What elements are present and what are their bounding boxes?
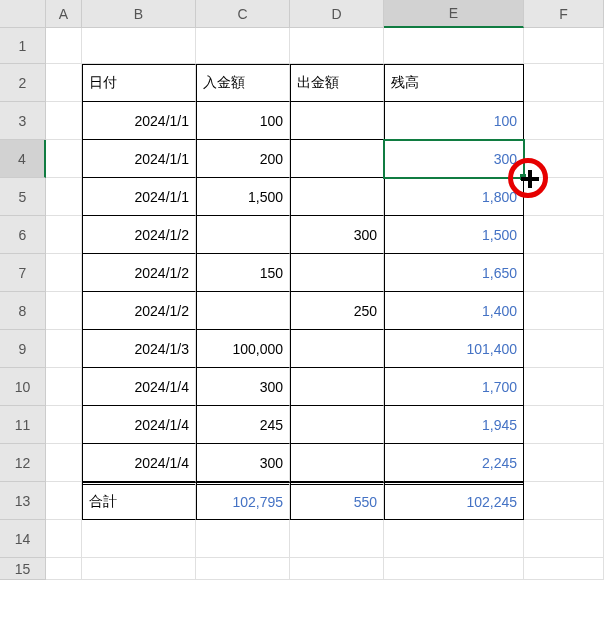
- cell-B8[interactable]: 2024/1/2: [82, 292, 196, 330]
- cell-A10[interactable]: [46, 368, 82, 406]
- cell-D2[interactable]: 出金額: [290, 64, 384, 102]
- cell-F11[interactable]: [524, 406, 604, 444]
- cell-F1[interactable]: [524, 28, 604, 64]
- cell-C10[interactable]: 300: [196, 368, 290, 406]
- cell-F3[interactable]: [524, 102, 604, 140]
- cell-C13[interactable]: 102,795: [196, 482, 290, 520]
- col-header-A[interactable]: A: [46, 0, 82, 28]
- cell-B1[interactable]: [82, 28, 196, 64]
- cell-C5[interactable]: 1,500: [196, 178, 290, 216]
- cell-A5[interactable]: [46, 178, 82, 216]
- cell-E7[interactable]: 1,650: [384, 254, 524, 292]
- cell-C6[interactable]: [196, 216, 290, 254]
- cell-D5[interactable]: [290, 178, 384, 216]
- cell-A3[interactable]: [46, 102, 82, 140]
- cell-E11[interactable]: 1,945: [384, 406, 524, 444]
- cell-A6[interactable]: [46, 216, 82, 254]
- cell-D3[interactable]: [290, 102, 384, 140]
- cell-D6[interactable]: 300: [290, 216, 384, 254]
- cell-B9[interactable]: 2024/1/3: [82, 330, 196, 368]
- cell-D9[interactable]: [290, 330, 384, 368]
- cell-D14[interactable]: [290, 520, 384, 558]
- cell-E13[interactable]: 102,245: [384, 482, 524, 520]
- cell-C11[interactable]: 245: [196, 406, 290, 444]
- cell-C1[interactable]: [196, 28, 290, 64]
- cell-F8[interactable]: [524, 292, 604, 330]
- cell-A8[interactable]: [46, 292, 82, 330]
- cell-B5[interactable]: 2024/1/1: [82, 178, 196, 216]
- cell-D10[interactable]: [290, 368, 384, 406]
- select-all-corner[interactable]: [0, 0, 46, 28]
- cell-B7[interactable]: 2024/1/2: [82, 254, 196, 292]
- cell-F6[interactable]: [524, 216, 604, 254]
- col-header-C[interactable]: C: [196, 0, 290, 28]
- row-header-2[interactable]: 2: [0, 64, 46, 102]
- col-header-E[interactable]: E: [384, 0, 524, 28]
- cell-E10[interactable]: 1,700: [384, 368, 524, 406]
- cell-A7[interactable]: [46, 254, 82, 292]
- cell-A13[interactable]: [46, 482, 82, 520]
- cell-E14[interactable]: [384, 520, 524, 558]
- cell-E12[interactable]: 2,245: [384, 444, 524, 482]
- cell-E3[interactable]: 100: [384, 102, 524, 140]
- cell-A1[interactable]: [46, 28, 82, 64]
- cell-A12[interactable]: [46, 444, 82, 482]
- cell-B3[interactable]: 2024/1/1: [82, 102, 196, 140]
- cell-B2[interactable]: 日付: [82, 64, 196, 102]
- fill-handle[interactable]: [520, 174, 526, 180]
- cell-E5[interactable]: 1,800: [384, 178, 524, 216]
- cell-C9[interactable]: 100,000: [196, 330, 290, 368]
- cell-E8[interactable]: 1,400: [384, 292, 524, 330]
- cell-A11[interactable]: [46, 406, 82, 444]
- row-header-6[interactable]: 6: [0, 216, 46, 254]
- cell-C15[interactable]: [196, 558, 290, 580]
- cell-F5[interactable]: [524, 178, 604, 216]
- cell-F15[interactable]: [524, 558, 604, 580]
- cell-B10[interactable]: 2024/1/4: [82, 368, 196, 406]
- cell-A15[interactable]: [46, 558, 82, 580]
- cell-A2[interactable]: [46, 64, 82, 102]
- cell-F2[interactable]: [524, 64, 604, 102]
- cell-B11[interactable]: 2024/1/4: [82, 406, 196, 444]
- cell-C14[interactable]: [196, 520, 290, 558]
- cell-D7[interactable]: [290, 254, 384, 292]
- cell-C2[interactable]: 入金額: [196, 64, 290, 102]
- cell-D13[interactable]: 550: [290, 482, 384, 520]
- cell-A9[interactable]: [46, 330, 82, 368]
- row-header-4[interactable]: 4: [0, 140, 46, 178]
- cell-B13[interactable]: 合計: [82, 482, 196, 520]
- cell-C12[interactable]: 300: [196, 444, 290, 482]
- cell-D4[interactable]: [290, 140, 384, 178]
- cell-F14[interactable]: [524, 520, 604, 558]
- cell-D8[interactable]: 250: [290, 292, 384, 330]
- cell-B15[interactable]: [82, 558, 196, 580]
- row-header-14[interactable]: 14: [0, 520, 46, 558]
- cell-C8[interactable]: [196, 292, 290, 330]
- cell-A14[interactable]: [46, 520, 82, 558]
- cell-F7[interactable]: [524, 254, 604, 292]
- cell-F13[interactable]: [524, 482, 604, 520]
- cell-C7[interactable]: 150: [196, 254, 290, 292]
- cell-D15[interactable]: [290, 558, 384, 580]
- cell-E2[interactable]: 残高: [384, 64, 524, 102]
- cell-F4[interactable]: [524, 140, 604, 178]
- row-header-1[interactable]: 1: [0, 28, 46, 64]
- row-header-15[interactable]: 15: [0, 558, 46, 580]
- cell-E15[interactable]: [384, 558, 524, 580]
- row-header-3[interactable]: 3: [0, 102, 46, 140]
- col-header-D[interactable]: D: [290, 0, 384, 28]
- cell-F10[interactable]: [524, 368, 604, 406]
- cell-D11[interactable]: [290, 406, 384, 444]
- cell-A4[interactable]: [46, 140, 82, 178]
- col-header-F[interactable]: F: [524, 0, 604, 28]
- cell-B12[interactable]: 2024/1/4: [82, 444, 196, 482]
- row-header-13[interactable]: 13: [0, 482, 46, 520]
- row-header-11[interactable]: 11: [0, 406, 46, 444]
- cell-C4[interactable]: 200: [196, 140, 290, 178]
- row-header-9[interactable]: 9: [0, 330, 46, 368]
- col-header-B[interactable]: B: [82, 0, 196, 28]
- row-header-7[interactable]: 7: [0, 254, 46, 292]
- cell-D1[interactable]: [290, 28, 384, 64]
- row-header-8[interactable]: 8: [0, 292, 46, 330]
- cell-E6[interactable]: 1,500: [384, 216, 524, 254]
